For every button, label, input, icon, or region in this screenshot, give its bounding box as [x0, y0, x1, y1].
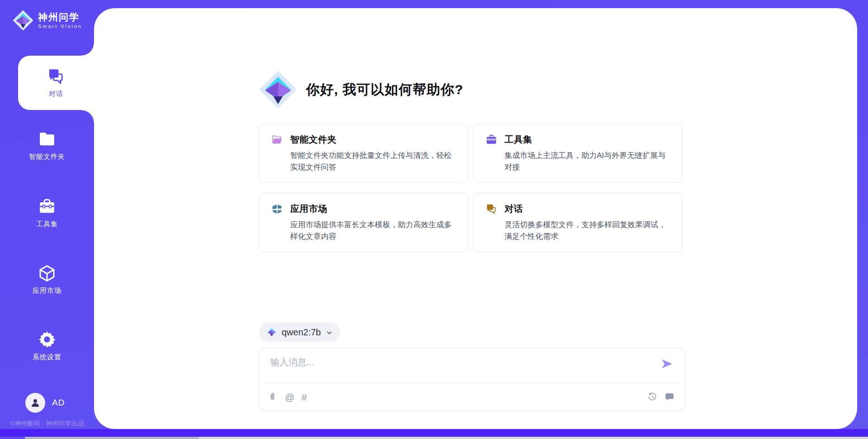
- greeting-title: 你好, 我可以如何帮助你?: [306, 81, 463, 99]
- card-toolset[interactable]: 工具集 集成市场上主流工具，助力AI与外界无缝扩展与对接: [473, 124, 682, 183]
- copyright-footer: ©神州数码 · 神州问学出品: [0, 420, 94, 428]
- composer-toolbar: @ #: [268, 388, 675, 406]
- composer-divider: [264, 382, 680, 383]
- card-description: 灵活切换多模型文件，支持多样回复效果调试，满足个性化需求: [505, 219, 670, 242]
- card-title: 对话: [505, 203, 523, 215]
- attach-file-button[interactable]: [268, 392, 278, 402]
- send-button[interactable]: [660, 357, 674, 371]
- user-name: AD: [52, 398, 65, 408]
- sidebar-item-app-market[interactable]: 应用市场: [0, 264, 94, 295]
- history-icon: [647, 392, 657, 402]
- sidebar-item-label: 对话: [49, 90, 63, 98]
- card-chat[interactable]: 对话 灵活切换多模型文件，支持多样回复效果调试，满足个性化需求: [473, 193, 682, 252]
- new-chat-button[interactable]: [665, 392, 675, 402]
- greeting-block: 你好, 我可以如何帮助你?: [259, 71, 463, 109]
- card-description: 智能文件夹功能支持批量文件上传与清洗，轻松实现文件问答: [290, 150, 456, 173]
- sidebar-item-label: 工具集: [36, 220, 58, 229]
- brand-logo: 神州问学 Smart Vision: [13, 10, 82, 31]
- card-title: 智能文件夹: [290, 134, 337, 146]
- frame-bottom-band: [0, 429, 868, 437]
- topic-button[interactable]: #: [302, 392, 307, 402]
- chevron-down-icon: [326, 329, 333, 337]
- send-arrow-icon: [660, 357, 674, 371]
- brand-subtitle: Smart Vision: [38, 24, 82, 29]
- app-grid-icon: [271, 203, 283, 215]
- card-description: 集成市场上主流工具，助力AI与外界无缝扩展与对接: [505, 150, 670, 173]
- card-title: 工具集: [505, 134, 533, 146]
- sidebar-item-label: 智能文件夹: [29, 153, 65, 161]
- logo-diamond-icon: [266, 327, 277, 338]
- hash-icon: #: [302, 392, 307, 402]
- card-app-market[interactable]: 应用市场 应用市场提供丰富长文本模板，助力高效生成多样化文章内容: [259, 193, 468, 252]
- card-title: 应用市场: [290, 203, 327, 215]
- brand-diamond-icon: [13, 10, 33, 31]
- chat-bubbles-icon: [47, 67, 65, 86]
- sidebar-item-label: 应用市场: [33, 286, 61, 295]
- sidebar-item-chat[interactable]: 对话: [18, 56, 94, 110]
- toolbox-icon: [38, 198, 56, 216]
- chat-square-icon: [665, 392, 675, 402]
- folder-icon: [38, 130, 56, 148]
- message-input[interactable]: [269, 355, 646, 381]
- brand-title: 神州问学: [38, 12, 82, 22]
- avatar: [25, 393, 45, 413]
- cube-icon: [38, 264, 56, 282]
- card-smart-folders[interactable]: 智能文件夹 智能文件夹功能支持批量文件上传与清洗，轻松实现文件问答: [259, 124, 468, 183]
- model-name: qwen2:7b: [282, 327, 321, 338]
- history-button[interactable]: [647, 392, 657, 402]
- feature-cards: 智能文件夹 智能文件夹功能支持批量文件上传与清洗，轻松实现文件问答 工具集 集成…: [259, 124, 682, 252]
- scrollbar-thumb[interactable]: [25, 437, 199, 439]
- toolbox-icon: [486, 134, 497, 146]
- sidebar-item-label: 系统设置: [33, 353, 61, 362]
- sidebar-item-toolset[interactable]: 工具集: [0, 198, 94, 229]
- model-selector[interactable]: qwen2:7b: [259, 323, 340, 342]
- message-composer: @ #: [259, 348, 685, 410]
- assistant-diamond-icon: [259, 71, 297, 109]
- app-window: 神州问学 Smart Vision 对话 智能文件夹 工具集: [0, 0, 868, 439]
- card-description: 应用市场提供丰富长文本模板，助力高效生成多样化文章内容: [290, 219, 456, 242]
- user-profile[interactable]: AD: [25, 393, 65, 413]
- mention-button[interactable]: @: [285, 392, 294, 402]
- at-sign-icon: @: [285, 392, 294, 402]
- folder-open-icon: [271, 134, 283, 146]
- chat-bubbles-icon: [486, 203, 497, 215]
- paperclip-icon: [268, 392, 278, 402]
- sidebar-item-settings[interactable]: 系统设置: [0, 330, 94, 362]
- horizontal-scrollbar[interactable]: [25, 437, 868, 439]
- gear-icon: [38, 330, 57, 349]
- sidebar: 神州问学 Smart Vision 对话 智能文件夹 工具集: [0, 0, 94, 439]
- sidebar-item-smart-folders[interactable]: 智能文件夹: [0, 130, 94, 161]
- main-panel: 你好, 我可以如何帮助你? 智能文件夹 智能文件夹功能支持批量文件上传与清洗，轻…: [94, 8, 857, 429]
